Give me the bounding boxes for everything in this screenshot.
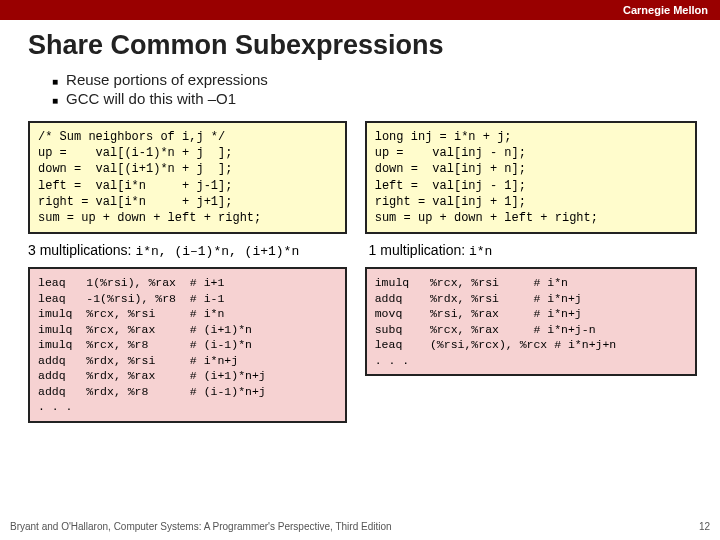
original-c-code: /* Sum neighbors of i,j */ up = val[(i-1… [28, 121, 347, 234]
caption-code: i*n [469, 244, 492, 259]
page-number: 12 [699, 521, 710, 532]
bullet-item: Reuse portions of expressions [52, 71, 692, 88]
bullet-item: GCC will do this with –O1 [52, 90, 692, 107]
left-column: /* Sum neighbors of i,j */ up = val[(i-1… [28, 121, 347, 423]
original-asm-code: leaq 1(%rsi), %rax # i+1 leaq -1(%rsi), … [28, 267, 347, 423]
right-caption: 1 multiplication: i*n [365, 242, 697, 259]
columns: /* Sum neighbors of i,j */ up = val[(i-1… [28, 121, 692, 423]
optimized-asm-code: imulq %rcx, %rsi # i*n addq %rdx, %rsi #… [365, 267, 697, 376]
caption-code: i*n, (i–1)*n, (i+1)*n [135, 244, 299, 259]
footer-citation: Bryant and O'Hallaron, Computer Systems:… [10, 521, 392, 532]
left-caption: 3 multiplications: i*n, (i–1)*n, (i+1)*n [28, 242, 347, 259]
right-column: long inj = i*n + j; up = val[inj - n]; d… [365, 121, 697, 423]
bullet-list: Reuse portions of expressions GCC will d… [52, 71, 692, 107]
header-bar: Carnegie Mellon [0, 0, 720, 20]
org-label: Carnegie Mellon [623, 4, 708, 16]
optimized-c-code: long inj = i*n + j; up = val[inj - n]; d… [365, 121, 697, 234]
footer: Bryant and O'Hallaron, Computer Systems:… [10, 521, 710, 532]
caption-text: 3 multiplications: [28, 242, 135, 258]
slide-content: Share Common Subexpressions Reuse portio… [0, 20, 720, 423]
caption-text: 1 multiplication: [369, 242, 469, 258]
slide-title: Share Common Subexpressions [28, 30, 692, 61]
